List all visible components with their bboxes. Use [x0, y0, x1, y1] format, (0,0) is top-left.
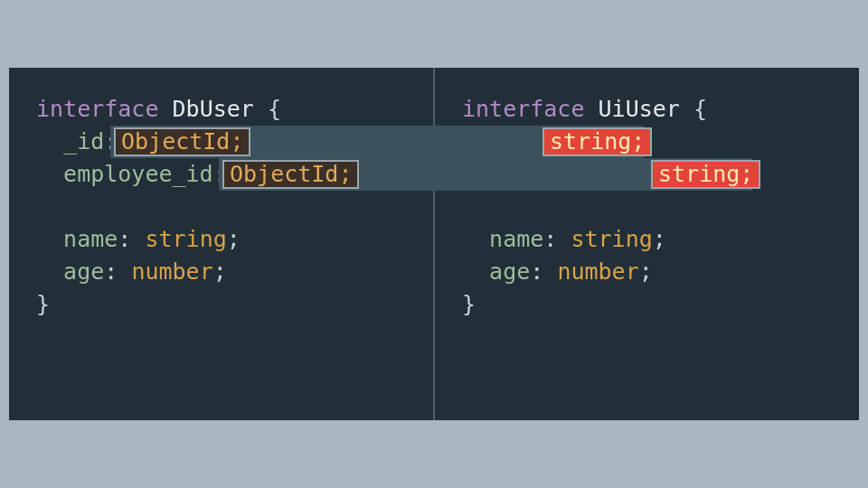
code-panels: interface DbUser { _id: employee_id: nam… — [9, 68, 859, 420]
blank-line — [36, 191, 424, 223]
stage: interface DbUser { _id: employee_id: nam… — [0, 0, 868, 488]
open-brace: { — [268, 93, 281, 126]
property: name — [489, 223, 543, 256]
right-line-id: _id: — [462, 126, 850, 158]
left-panel: interface DbUser { _id: employee_id: nam… — [9, 68, 433, 420]
property: age — [63, 256, 104, 288]
property: employee_id — [489, 158, 639, 191]
type: string — [145, 223, 226, 256]
right-panel: interface UiUser { _id: employee_id: nam… — [433, 68, 859, 420]
right-line-age: age: number; — [462, 256, 850, 288]
type-name: DbUser — [173, 93, 254, 126]
left-decl-line: interface DbUser { — [36, 93, 424, 126]
left-line-name: name: string; — [36, 223, 424, 256]
type: number — [131, 256, 212, 288]
close-brace: } — [462, 288, 476, 321]
property: _id — [489, 126, 530, 158]
open-brace: { — [693, 93, 707, 126]
property: name — [63, 223, 118, 256]
type-name: UiUser — [599, 93, 680, 126]
left-line-employee: employee_id: — [36, 158, 424, 191]
type: number — [557, 256, 638, 288]
right-line-name: name: string; — [462, 223, 850, 256]
close-brace: } — [36, 288, 50, 321]
property: age — [489, 256, 530, 288]
right-close-line: } — [462, 288, 850, 321]
left-line-id: _id: — [36, 126, 424, 158]
property: _id — [63, 126, 104, 158]
property: employee_id — [63, 158, 213, 191]
left-close-line: } — [36, 288, 424, 321]
blank-line — [462, 191, 850, 223]
left-line-age: age: number; — [36, 256, 424, 288]
right-line-employee: employee_id: — [462, 158, 850, 191]
keyword: interface — [36, 93, 158, 126]
right-decl-line: interface UiUser { — [462, 93, 850, 126]
keyword: interface — [462, 93, 584, 126]
type: string — [571, 223, 652, 256]
